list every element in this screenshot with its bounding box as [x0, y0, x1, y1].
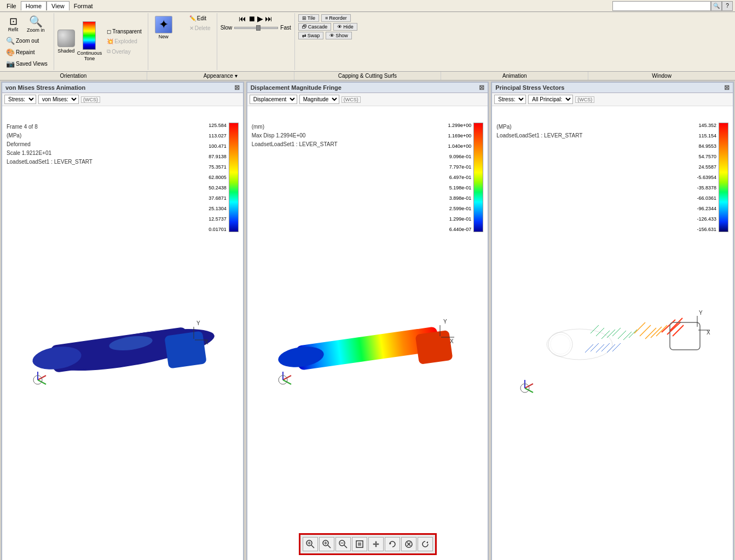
svg-line-44	[596, 328, 604, 336]
tile-button[interactable]: ⊞ Tile	[298, 14, 319, 22]
menu-home[interactable]: Home	[21, 1, 47, 10]
cascade-button[interactable]: 🗗 Cascade	[298, 23, 332, 31]
panel1-wcs: (WCS)	[81, 96, 100, 103]
panel2-close[interactable]: ⊠	[479, 84, 484, 91]
repaint-button[interactable]: 🎨 Repaint	[3, 47, 37, 57]
menu-view[interactable]: View	[47, 1, 70, 10]
rotate-button[interactable]	[385, 537, 400, 551]
panel3-value-dropdown[interactable]: All Principal:	[528, 95, 573, 104]
pan-button[interactable]	[368, 537, 384, 551]
anim-prev-icon[interactable]: ⏮	[239, 14, 246, 23]
dynamic-icon	[404, 540, 413, 549]
help-button[interactable]: ?	[722, 1, 733, 11]
anim-next-icon[interactable]: ⏭	[265, 14, 273, 23]
zoom-in2-icon	[322, 540, 331, 549]
tile-label: Tile	[308, 15, 315, 21]
stress-vectors-green	[591, 325, 637, 340]
search-input[interactable]	[612, 1, 711, 11]
bottom-toolbar	[299, 533, 437, 555]
panel3-model[interactable]: Y X	[492, 106, 733, 560]
panel-von-mises: von Mises Stress Animation ⊠ Stress: von…	[1, 82, 244, 560]
new-button[interactable]: ✦ New	[152, 14, 176, 41]
anim-stop-icon[interactable]: ⏹	[248, 14, 256, 23]
transparent-button[interactable]: ◻ Transparent	[104, 27, 144, 36]
panel1-body: Frame 4 of 8 (MPa) Deformed Scale 1.9212…	[2, 106, 243, 560]
panel3-close[interactable]: ⊠	[724, 84, 730, 91]
search-button[interactable]: 🔍	[711, 1, 722, 11]
svg-line-49	[623, 332, 632, 340]
panel1-model[interactable]: Y X	[2, 106, 243, 560]
menu-format[interactable]: Format	[70, 2, 97, 10]
exploded-button[interactable]: 💥 Exploded	[104, 37, 144, 45]
svg-line-29	[328, 545, 331, 548]
hide-button[interactable]: 👁 Hide	[333, 23, 357, 31]
swap-button[interactable]: ⇄ Swap	[298, 32, 324, 39]
panel3-type-dropdown[interactable]: Stress:	[494, 95, 526, 104]
zoom-in2-button[interactable]	[319, 537, 334, 551]
reset-button[interactable]	[418, 537, 433, 551]
appearance-section-label: Appearance ▾	[147, 72, 294, 80]
svg-line-46	[607, 330, 615, 338]
edit-button[interactable]: ✏️ Edit	[187, 14, 213, 22]
panel1-close[interactable]: ⊠	[234, 84, 240, 91]
panel3-body: (MPa) LoadsetLoadSet1 : LEVER_START 145.…	[492, 106, 733, 560]
svg-line-50	[629, 330, 637, 338]
svg-line-61	[591, 343, 599, 351]
show-button[interactable]: 👁 Show	[326, 32, 352, 39]
refit-icon: ⊡	[9, 16, 18, 26]
svg-line-65	[612, 343, 621, 351]
panel1-type-dropdown[interactable]: Stress:	[4, 95, 36, 104]
anim-controls-row: ⏮ ⏹ ▶ ⏭	[239, 14, 273, 23]
svg-line-47	[612, 328, 621, 336]
zoom-in-button[interactable]: 🔍 Zoom in	[24, 14, 48, 34]
refit-label: Refit	[8, 27, 19, 32]
svg-text:X: X	[707, 330, 710, 336]
menu-bar: File Home View Format 🔍 ?	[0, 0, 735, 12]
zoom-out2-button[interactable]	[335, 537, 351, 551]
zoom-box-button[interactable]	[303, 537, 318, 551]
cascade-label: Cascade	[308, 24, 328, 30]
window-section: ⊞ Tile ≡ Reorder 🗗 Cascade 👁 Hide ⇄ Swap	[295, 13, 361, 70]
shaded-icon[interactable]	[57, 30, 75, 47]
overlay-button[interactable]: ⧉ Overlay	[104, 47, 144, 56]
fit-button[interactable]	[352, 537, 367, 551]
zoom-in-icon: 🔍	[29, 16, 43, 27]
menu-file[interactable]: File	[2, 2, 21, 10]
panel2-type-dropdown[interactable]: Displacement	[250, 95, 297, 104]
panel2-value-dropdown[interactable]: Magnitude	[299, 95, 339, 104]
panel2-title: Displacement Magnitude Fringe	[251, 84, 342, 91]
orientation-row3: 🎨 Repaint	[3, 47, 37, 57]
panel2-model[interactable]: Y X	[247, 106, 488, 560]
zoom-out2-icon	[339, 540, 348, 549]
appearance-options: ◻ Transparent 💥 Exploded ⧉ Overlay	[104, 27, 144, 56]
saved-views-button[interactable]: 📷 Saved Views	[3, 59, 50, 69]
speed-slider[interactable]	[234, 27, 278, 29]
hide-icon: 👁	[337, 24, 342, 30]
shaded-label: Shaded	[57, 48, 74, 54]
panel3-header: Principal Stress Vectors ⊠	[492, 83, 733, 93]
svg-text:Y: Y	[443, 319, 447, 325]
reorder-button[interactable]: ≡ Reorder	[321, 14, 351, 22]
svg-text:Y: Y	[699, 310, 703, 316]
refit-button[interactable]: ⊡ Refit	[3, 15, 23, 34]
fit-icon	[355, 540, 364, 549]
panel1-value-dropdown[interactable]: von Mises:	[38, 95, 79, 104]
animation-section: ⏮ ⏹ ▶ ⏭ Slow Fast	[217, 13, 295, 70]
dynamic-button[interactable]	[401, 537, 416, 551]
zoom-out-button[interactable]: 🔍 Zoom out	[3, 36, 42, 46]
panel2-body: (mm) Max Disp 1.2994E+00 LoadsetLoadSet1…	[247, 106, 488, 560]
svg-line-64	[607, 344, 615, 353]
anim-play-icon[interactable]: ▶	[257, 14, 263, 23]
zoom-out-icon: 🔍	[6, 37, 15, 45]
panels-container: von Mises Stress Animation ⊠ Stress: von…	[0, 80, 735, 560]
svg-text:X: X	[450, 338, 454, 344]
transparent-label: Transparent	[112, 28, 142, 34]
appearance-section: Shaded ContinuousTone ◻ Transparent 💥 Ex…	[54, 13, 148, 70]
delete-button[interactable]: ✕ Delete	[187, 24, 213, 32]
color-bar[interactable]	[83, 21, 96, 50]
continuous-tone-label: ContinuousTone	[77, 51, 102, 62]
capping-section: ✦ New ✏️ Edit ✕ Delete	[148, 13, 217, 70]
panel3-wcs: (WCS)	[575, 96, 594, 103]
svg-marker-37	[373, 541, 379, 547]
pan-icon	[372, 540, 380, 549]
